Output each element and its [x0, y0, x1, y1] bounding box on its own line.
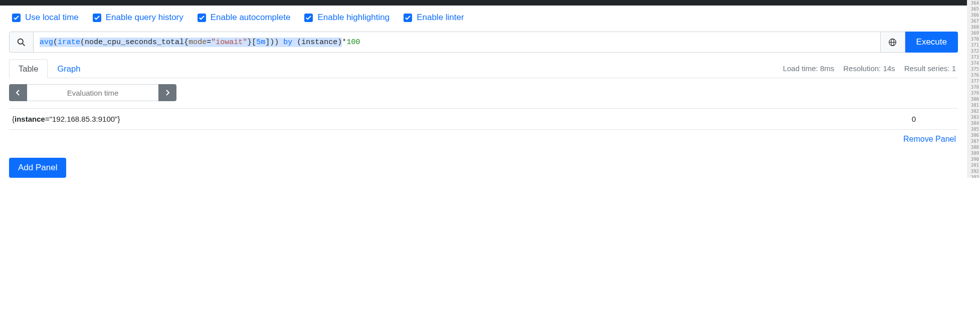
stat-resolution: Resolution: 14s	[843, 64, 895, 73]
svg-point-0	[18, 39, 23, 44]
result-series-label: {instance="192.168.85.3:9100"}	[12, 115, 120, 123]
option-label: Enable linter	[417, 13, 464, 23]
chevron-right-icon	[165, 90, 170, 96]
stat-load-time: Load time: 8ms	[783, 64, 835, 73]
option-label: Use local time	[25, 13, 79, 23]
eval-time-next-button[interactable]	[158, 84, 176, 101]
option-label: Enable highlighting	[317, 13, 389, 23]
globe-button[interactable]	[881, 32, 905, 53]
query-stats: Load time: 8ms Resolution: 14s Result se…	[783, 64, 958, 73]
option-label: Enable query history	[106, 13, 183, 23]
tab-table[interactable]: Table	[9, 59, 48, 78]
evaluation-time-input[interactable]	[27, 84, 158, 101]
evaluation-time-row	[9, 84, 958, 109]
tabs-row: Table Graph Load time: 8ms Resolution: 1…	[9, 59, 958, 78]
tab-graph[interactable]: Graph	[48, 59, 90, 78]
option-enable-highlighting[interactable]: Enable highlighting	[304, 13, 389, 23]
checkbox-icon	[198, 14, 206, 22]
checkbox-icon	[304, 14, 313, 22]
option-label: Enable autocomplete	[211, 13, 291, 23]
option-enable-linter[interactable]: Enable linter	[404, 13, 464, 23]
execute-button[interactable]: Execute	[905, 32, 958, 53]
stat-result-series: Result series: 1	[904, 64, 956, 73]
option-enable-autocomplete[interactable]: Enable autocomplete	[198, 13, 291, 23]
result-row: {instance="192.168.85.3:9100"} 0	[9, 109, 958, 130]
chevron-left-icon	[16, 90, 21, 96]
search-icon	[17, 38, 26, 47]
result-value: 0	[912, 115, 955, 123]
query-row: avg(irate(node_cpu_seconds_total{mode="i…	[9, 32, 958, 53]
query-highlight: avg(irate(node_cpu_seconds_total{mode="i…	[40, 38, 342, 47]
ruler-column: 364 365 366 367 368 369 370 371 372 373 …	[967, 0, 980, 178]
option-enable-query-history[interactable]: Enable query history	[93, 13, 183, 23]
checkbox-icon	[93, 14, 101, 22]
add-panel-button[interactable]: Add Panel	[9, 158, 66, 178]
svg-line-1	[23, 44, 25, 46]
checkbox-icon	[12, 14, 21, 22]
eval-time-prev-button[interactable]	[9, 84, 27, 101]
top-bar	[0, 0, 980, 6]
expression-input[interactable]: avg(irate(node_cpu_seconds_total{mode="i…	[34, 32, 881, 53]
metrics-explorer-button[interactable]	[9, 32, 34, 53]
option-use-local-time[interactable]: Use local time	[12, 13, 79, 23]
globe-icon	[888, 38, 897, 47]
checkbox-icon	[404, 14, 412, 22]
remove-panel-link[interactable]: Remove Panel	[9, 130, 958, 144]
options-row: Use local time Enable query history Enab…	[9, 13, 958, 23]
